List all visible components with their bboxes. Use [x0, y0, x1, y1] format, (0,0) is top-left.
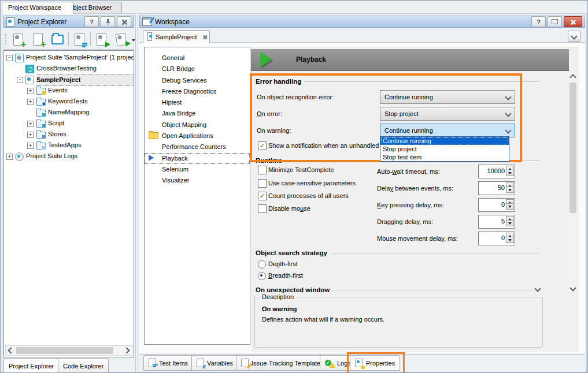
scroll-down-icon[interactable]: [569, 285, 576, 291]
tab-label: Test Items: [159, 360, 188, 367]
collapse-icon[interactable]: -: [17, 77, 23, 83]
expand-icon[interactable]: +: [27, 99, 34, 105]
option-continue-running[interactable]: Continue running: [380, 137, 509, 145]
tab-code-explorer[interactable]: Code Explorer: [58, 358, 109, 373]
tab-project-explorer[interactable]: Project Explorer: [3, 358, 59, 373]
category-java-bridge[interactable]: Java Bridge: [145, 108, 250, 119]
close-panel-button[interactable]: [117, 16, 131, 27]
mouse-movement-delay-input[interactable]: 0: [478, 232, 515, 245]
project-icon: [25, 76, 34, 84]
category-clr-bridge[interactable]: CLR Bridge: [145, 64, 250, 74]
tree-item-namemapping[interactable]: NameMapping: [4, 107, 134, 118]
expand-icon[interactable]: +: [27, 121, 34, 127]
on-warning-dropdown[interactable]: Continue running: [380, 124, 515, 137]
spin-down-icon[interactable]: [506, 203, 514, 210]
help-button[interactable]: ?: [84, 16, 99, 27]
tab-test-items[interactable]: Test Items: [143, 355, 193, 371]
minimize-button[interactable]: [548, 16, 562, 27]
tree-item-testedapps[interactable]: + TestedApps: [4, 140, 134, 151]
scrollbar-thumb[interactable]: [16, 347, 113, 354]
add-new-item-button[interactable]: +: [29, 31, 46, 47]
category-debug-services[interactable]: Debug Services: [145, 75, 250, 86]
tree-item-crossbrowsertesting[interactable]: CrossBrowserTesting: [4, 63, 134, 74]
count-processes-checkbox[interactable]: ✓: [258, 192, 267, 200]
tab-sampleproject[interactable]: SampleProject: [143, 30, 210, 43]
collapse-section-icon[interactable]: [534, 285, 541, 292]
on-warning-options-popup: Continue running Stop project Stop test …: [380, 136, 509, 162]
spin-value[interactable]: 5: [480, 218, 505, 225]
tree-item-keywordtests[interactable]: + KeywordTests: [4, 96, 134, 107]
tab-project-workspace[interactable]: Project Workspace: [2, 2, 73, 14]
category-visualizer[interactable]: Visualizer: [145, 175, 250, 186]
tree-item-events[interactable]: + Events: [4, 85, 134, 96]
run-project-button[interactable]: [93, 31, 110, 47]
settings-vertical-scrollbar[interactable]: [568, 72, 578, 293]
spin-down-icon[interactable]: [506, 237, 514, 243]
delay-between-events-input[interactable]: 50: [478, 181, 515, 195]
tab-list-dropdown-button[interactable]: [568, 31, 580, 42]
expand-icon[interactable]: +: [27, 88, 34, 94]
spin-value[interactable]: 50: [480, 184, 505, 191]
depth-first-radio[interactable]: [258, 260, 266, 268]
collapse-icon[interactable]: -: [6, 55, 13, 61]
run-dropdown-button[interactable]: [132, 42, 135, 49]
help-button[interactable]: ?: [531, 16, 546, 27]
category-freeze-diagnostics[interactable]: Freeze Diagnostics: [145, 86, 250, 97]
category-label: Selenium: [162, 166, 188, 173]
spin-down-icon[interactable]: [506, 170, 514, 176]
category-playback[interactable]: Playback: [145, 153, 250, 164]
option-stop-test-item[interactable]: Stop test item: [380, 153, 509, 161]
category-selenium[interactable]: Selenium: [145, 164, 250, 175]
close-tab-icon[interactable]: [202, 35, 205, 39]
open-file-button[interactable]: [49, 31, 66, 47]
close-workspace-button[interactable]: [564, 16, 582, 27]
spin-value[interactable]: 10000: [480, 167, 505, 174]
workspace-header: Workspace ?: [139, 16, 585, 28]
scroll-right-icon[interactable]: [123, 347, 130, 353]
tree-item-sampleproject[interactable]: - SampleProject: [4, 74, 134, 85]
mouse-movement-delay-label: Mouse movement delay, ms:: [377, 235, 458, 242]
breadth-first-radio[interactable]: [258, 272, 266, 280]
category-hiptest[interactable]: Hiptest: [145, 97, 250, 108]
tree-horizontal-scrollbar[interactable]: [5, 345, 132, 356]
auto-wait-timeout-input[interactable]: 10000: [478, 165, 515, 178]
minimize-testcomplete-checkbox[interactable]: [258, 166, 267, 174]
expand-icon[interactable]: +: [6, 154, 13, 160]
category-performance-counters[interactable]: Performance Counters: [145, 141, 250, 152]
run-project-suite-button[interactable]: [112, 31, 130, 47]
spin-value[interactable]: 0: [480, 201, 505, 208]
add-new-project-button[interactable]: +: [9, 31, 27, 47]
spin-value[interactable]: 0: [480, 234, 505, 241]
category-open-applications[interactable]: Open Applications: [145, 130, 250, 141]
tab-variables[interactable]: x Variables: [191, 355, 238, 371]
tree-item-script[interactable]: + Script: [4, 118, 134, 129]
tree-item-stores[interactable]: + Stores: [4, 129, 134, 140]
option-stop-project[interactable]: Stop project: [380, 145, 509, 153]
key-pressing-delay-input[interactable]: 0: [478, 198, 515, 212]
disable-mouse-checkbox[interactable]: [258, 204, 267, 213]
depth-first-label: Depth-first: [268, 260, 298, 267]
dragging-delay-input[interactable]: 5: [478, 215, 515, 229]
toolbar-grip[interactable]: [5, 33, 7, 45]
expand-icon[interactable]: +: [27, 143, 34, 149]
category-object-mapping[interactable]: Object Mapping: [145, 120, 250, 130]
project-doc-icon: [147, 32, 152, 41]
category-general[interactable]: General: [145, 53, 250, 64]
on-error-dropdown[interactable]: Stop project: [380, 107, 515, 121]
spin-down-icon[interactable]: [506, 220, 514, 226]
tab-issue-tracking-templates[interactable]: Issue-Tracking Templates: [236, 355, 329, 371]
scroll-up-icon[interactable]: [569, 74, 576, 80]
pin-button[interactable]: [101, 16, 115, 27]
case-sensitive-checkbox[interactable]: [258, 179, 267, 188]
notification-checkbox[interactable]: ✓: [258, 141, 267, 150]
organize-test-items-button[interactable]: [71, 31, 88, 47]
scrollbar-thumb[interactable]: [569, 83, 576, 213]
expand-icon[interactable]: +: [27, 132, 34, 138]
tree-item-project-suite-logs[interactable]: + Project Suite Logs: [4, 151, 134, 162]
category-label: Java Bridge: [162, 110, 195, 117]
on-object-recognition-dropdown[interactable]: Continue running: [380, 90, 515, 104]
scroll-left-icon[interactable]: [8, 347, 14, 353]
tree-item-project-suite[interactable]: - Project Suite 'SampleProject' (1 proje…: [4, 52, 134, 63]
tab-properties[interactable]: Properties: [350, 355, 400, 371]
spin-down-icon[interactable]: [506, 186, 514, 193]
